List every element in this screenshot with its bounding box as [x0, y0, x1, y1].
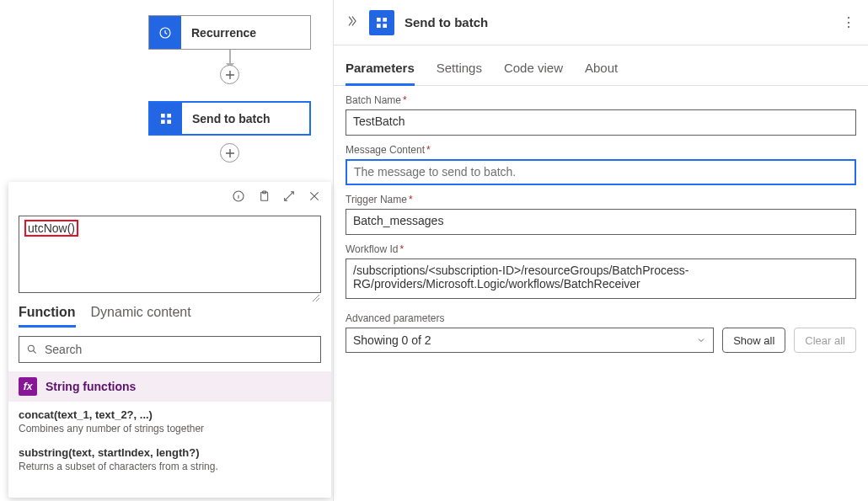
expression-editor[interactable]: utcNow(): [19, 216, 321, 293]
advanced-parameters-summary: Showing 0 of 2: [353, 333, 431, 347]
advanced-parameters-row: Advanced parameters Showing 0 of 2 Show …: [334, 299, 868, 353]
function-concat-sig: concat(text_1, text_2?, ...): [19, 408, 321, 421]
detail-title: Send to batch: [405, 15, 832, 29]
workflow-id-label: Workflow Id*: [346, 243, 856, 255]
field-trigger-name: Trigger Name* Batch_messages: [334, 185, 868, 235]
expression-tabs: Function Dynamic content: [8, 293, 331, 328]
function-list[interactable]: fx String functions concat(text_1, text_…: [8, 371, 331, 498]
collapse-icon[interactable]: [346, 14, 359, 31]
tab-settings[interactable]: Settings: [437, 61, 482, 85]
search-icon: [26, 344, 38, 355]
svg-rect-11: [377, 24, 381, 28]
workflow-id-input[interactable]: /subscriptions/<subscription-ID>/resourc…: [346, 258, 856, 299]
trigger-name-label: Trigger Name*: [346, 194, 856, 205]
svg-rect-10: [383, 18, 387, 22]
expression-toolbar: [8, 182, 331, 211]
svg-rect-3: [161, 120, 165, 124]
category-string-functions[interactable]: fx String functions: [8, 371, 331, 402]
svg-rect-1: [161, 114, 165, 118]
connector-arrow: [229, 50, 231, 65]
message-content-label: Message Content*: [346, 144, 856, 156]
batch-name-input[interactable]: TestBatch: [346, 109, 856, 136]
expand-icon[interactable]: [277, 184, 301, 208]
clear-all-button[interactable]: Clear all: [794, 328, 856, 353]
svg-point-8: [28, 345, 34, 351]
node-recurrence-label: Recurrence: [181, 26, 256, 40]
detail-tabs: Parameters Settings Code view About: [334, 45, 868, 86]
batch-name-label: Batch Name*: [346, 94, 856, 106]
node-sendtobatch-label: Send to batch: [182, 112, 271, 125]
show-all-button[interactable]: Show all: [722, 328, 785, 353]
function-concat[interactable]: concat(text_1, text_2?, ...) Combines an…: [8, 402, 331, 440]
search-placeholder: Search: [45, 343, 82, 356]
svg-rect-12: [383, 24, 387, 28]
function-substring[interactable]: substring(text, startIndex, length?) Ret…: [8, 440, 331, 477]
advanced-parameters-select[interactable]: Showing 0 of 2: [346, 328, 714, 353]
sendtobatch-icon: [150, 103, 182, 134]
field-batch-name: Batch Name* TestBatch: [334, 86, 868, 136]
field-workflow-id: Workflow Id* /subscriptions/<subscriptio…: [334, 235, 868, 299]
tab-parameters[interactable]: Parameters: [346, 61, 415, 86]
expression-value: utcNow(): [24, 220, 78, 237]
add-step-button-1[interactable]: [220, 65, 239, 84]
expression-panel: utcNow() Function Dynamic content Search…: [8, 182, 331, 498]
trigger-name-input[interactable]: Batch_messages: [346, 209, 856, 235]
svg-rect-2: [167, 114, 171, 118]
clipboard-icon[interactable]: [252, 184, 276, 208]
svg-rect-4: [167, 120, 171, 124]
recurrence-icon: [149, 16, 181, 49]
add-step-button-2[interactable]: [220, 143, 239, 163]
resize-handle-icon[interactable]: [313, 295, 319, 301]
tab-codeview[interactable]: Code view: [504, 61, 563, 85]
more-options-icon[interactable]: ⋮: [842, 14, 856, 30]
function-search-input[interactable]: Search: [19, 336, 321, 363]
tab-about[interactable]: About: [585, 61, 618, 85]
tab-function[interactable]: Function: [19, 305, 76, 328]
close-icon[interactable]: [303, 184, 326, 208]
detail-header: Send to batch ⋮: [334, 0, 868, 45]
advanced-parameters-label: Advanced parameters: [346, 312, 714, 324]
svg-rect-9: [377, 18, 381, 22]
message-content-input[interactable]: The message to send to batch.: [346, 159, 856, 185]
function-substring-sig: substring(text, startIndex, length?): [19, 446, 321, 459]
action-detail-pane: Send to batch ⋮ Parameters Settings Code…: [333, 0, 868, 501]
fx-icon: fx: [19, 377, 37, 396]
field-message-content: Message Content* The message to send to …: [334, 136, 868, 185]
function-substring-desc: Returns a subset of characters from a st…: [19, 461, 321, 472]
tab-dynamic-content[interactable]: Dynamic content: [91, 305, 191, 328]
info-icon[interactable]: [227, 184, 250, 208]
node-recurrence[interactable]: Recurrence: [148, 15, 311, 50]
node-sendtobatch[interactable]: Send to batch: [148, 101, 311, 136]
category-label: String functions: [46, 380, 136, 393]
sendtobatch-header-icon: [369, 10, 394, 35]
function-concat-desc: Combines any number of strings together: [19, 423, 321, 434]
chevron-down-icon: [696, 335, 706, 345]
